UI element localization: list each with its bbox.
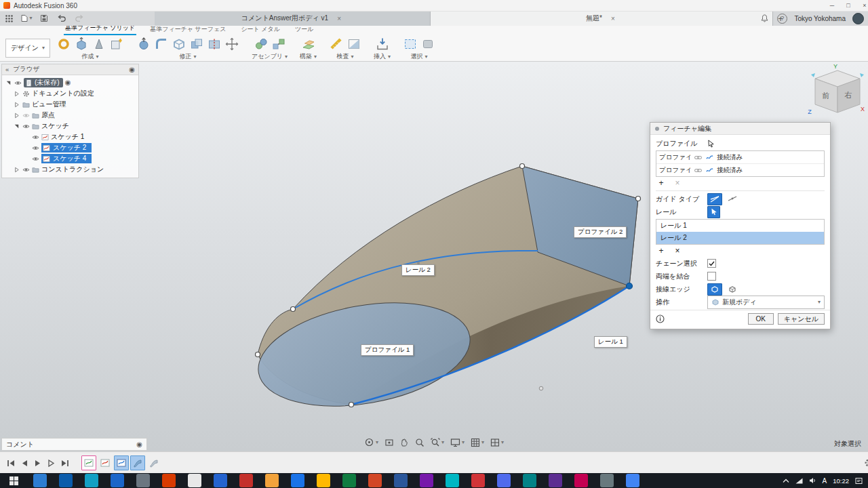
cancel-button[interactable]: キャンセル bbox=[778, 313, 825, 325]
root-document-pill[interactable]: (未保存) bbox=[24, 78, 63, 87]
ime-indicator[interactable]: A bbox=[823, 477, 827, 485]
taskbar-app-icon[interactable] bbox=[549, 474, 562, 487]
insert-group-label[interactable]: 挿入▾ bbox=[374, 52, 391, 61]
document-target-icon[interactable]: ◉ bbox=[65, 79, 71, 86]
user-name[interactable]: Tokyo Yokohama bbox=[794, 15, 846, 22]
taskbar-app-icon[interactable] bbox=[600, 474, 614, 487]
file-menu-icon[interactable]: ▾ bbox=[20, 13, 33, 24]
construct-group-label[interactable]: 構築▾ bbox=[300, 52, 317, 61]
undo-icon[interactable] bbox=[56, 13, 68, 24]
window-select-icon[interactable] bbox=[403, 37, 418, 52]
taskbar-app-icon[interactable] bbox=[420, 474, 433, 487]
vertex-point[interactable] bbox=[291, 307, 296, 312]
browser-item-sketch2-selected[interactable]: スケッチ 2 bbox=[2, 142, 138, 153]
press-pull-icon[interactable] bbox=[136, 37, 151, 52]
taskbar-app-icon[interactable] bbox=[446, 474, 459, 487]
fillet-icon[interactable] bbox=[154, 37, 169, 52]
timeline-sketch-item[interactable] bbox=[81, 455, 96, 470]
orbit-tool-icon[interactable]: ▾ bbox=[364, 437, 378, 447]
network-icon[interactable] bbox=[795, 478, 803, 484]
tab-surface[interactable]: 基準フィーチャ サーフェス bbox=[149, 25, 227, 35]
assemble-group-label[interactable]: アセンブリ▾ bbox=[252, 52, 288, 61]
info-icon[interactable] bbox=[656, 314, 665, 323]
data-panel-toggle-icon[interactable] bbox=[3, 13, 15, 24]
inspect-group-label[interactable]: 検査▾ bbox=[337, 52, 354, 61]
extrude-icon[interactable] bbox=[74, 37, 89, 52]
taskbar-app-icon[interactable] bbox=[342, 474, 356, 487]
play-button[interactable] bbox=[33, 458, 43, 468]
timeline-loft-item[interactable] bbox=[146, 455, 161, 470]
collapse-triangle-icon[interactable] bbox=[13, 90, 20, 98]
3d-canvas[interactable]: プロファイル 2 レール 2 プロファイル 1 レール 1 « ブラウザ ◉ (… bbox=[0, 61, 868, 451]
split-body-icon[interactable] bbox=[207, 37, 222, 52]
comments-bar[interactable]: コメント ◉ bbox=[1, 438, 147, 451]
comments-pin-icon[interactable]: ◉ bbox=[136, 441, 142, 448]
taskbar-app-icon[interactable] bbox=[59, 474, 73, 487]
clock[interactable]: 10:22 bbox=[833, 477, 849, 485]
profile2-tag[interactable]: プロファイル 2 bbox=[574, 226, 627, 238]
taskbar-app-icon[interactable] bbox=[214, 474, 227, 487]
taskbar-app-icon[interactable] bbox=[265, 474, 279, 487]
collapse-triangle-icon[interactable] bbox=[13, 112, 20, 119]
browser-pin-icon[interactable]: ◉ bbox=[129, 66, 135, 73]
taskbar-app-icon[interactable] bbox=[111, 474, 124, 487]
taskbar-app-icon[interactable] bbox=[136, 474, 150, 487]
save-icon[interactable] bbox=[38, 13, 50, 24]
operation-select[interactable]: 新規ボディ ▾ bbox=[707, 296, 825, 309]
rail1-tag[interactable]: レール 1 bbox=[594, 336, 627, 348]
close-button[interactable]: × bbox=[858, 1, 868, 10]
collapse-browser-icon[interactable]: « bbox=[5, 66, 9, 73]
redo-icon[interactable] bbox=[73, 13, 85, 24]
volume-icon[interactable] bbox=[809, 477, 816, 484]
new-component-icon[interactable] bbox=[109, 37, 124, 52]
browser-item-origin[interactable]: 原点 bbox=[2, 110, 138, 121]
visibility-eye-icon[interactable] bbox=[32, 155, 39, 163]
add-profile-button[interactable]: + bbox=[657, 179, 665, 187]
dialog-header[interactable]: フィーチャ編集 bbox=[650, 123, 830, 135]
workspace-selector[interactable]: デザイン ▾ bbox=[5, 39, 50, 58]
browser-item-construction[interactable]: コンストラクション bbox=[2, 164, 138, 175]
timeline-sketch-item-selected[interactable] bbox=[114, 455, 129, 470]
maximize-button[interactable]: □ bbox=[842, 1, 855, 10]
vertex-point-selected[interactable] bbox=[627, 283, 633, 289]
taskbar-app-icon[interactable] bbox=[394, 474, 408, 487]
guide-type-centerline-button[interactable] bbox=[725, 193, 740, 205]
profile-row[interactable]: プロファイル 1 接続済み bbox=[656, 151, 824, 163]
visibility-eye-icon[interactable] bbox=[22, 112, 30, 119]
rail-row[interactable]: レール 1 bbox=[656, 220, 824, 232]
close-tab-icon[interactable]: × bbox=[335, 15, 343, 22]
combine-icon[interactable] bbox=[189, 37, 204, 52]
selected-item-highlight[interactable]: スケッチ 4 bbox=[41, 154, 92, 163]
section-analysis-icon[interactable] bbox=[347, 37, 361, 52]
browser-item-named-views[interactable]: ビュー管理 bbox=[2, 99, 138, 110]
go-to-end-button[interactable] bbox=[60, 458, 70, 468]
document-tab[interactable]: コメントAnswer用ボディ v1 × bbox=[155, 11, 431, 26]
action-center-icon[interactable] bbox=[855, 477, 863, 485]
vertex-point[interactable] bbox=[636, 197, 641, 201]
insert-icon[interactable] bbox=[375, 37, 390, 52]
document-tab-active[interactable]: 無題* × bbox=[431, 11, 773, 26]
vertex-point[interactable] bbox=[520, 164, 525, 169]
chain-icon[interactable] bbox=[694, 154, 703, 161]
taskbar-app-icon[interactable] bbox=[33, 474, 47, 487]
taskbar-app-icon[interactable] bbox=[85, 474, 98, 487]
browser-item-sketch1[interactable]: スケッチ 1 bbox=[2, 131, 138, 142]
browser-root-item[interactable]: (未保存) ◉ bbox=[2, 77, 138, 88]
remove-profile-button[interactable]: × bbox=[673, 179, 682, 187]
tab-tools[interactable]: ツール bbox=[294, 25, 315, 35]
look-at-icon[interactable] bbox=[384, 438, 394, 447]
as-built-joint-icon[interactable] bbox=[271, 37, 286, 52]
vertex-point[interactable] bbox=[256, 352, 260, 357]
viewports-icon[interactable]: ▾ bbox=[490, 438, 504, 447]
vertex-point[interactable] bbox=[349, 403, 354, 407]
visibility-eye-icon[interactable] bbox=[14, 79, 22, 87]
guide-type-rails-button[interactable] bbox=[707, 193, 722, 205]
taskbar-app-icon[interactable] bbox=[574, 474, 588, 487]
go-to-start-button[interactable] bbox=[5, 458, 16, 468]
fit-view-icon[interactable]: ▾ bbox=[431, 438, 444, 447]
revolve-icon[interactable] bbox=[92, 37, 106, 52]
visibility-eye-icon[interactable] bbox=[22, 123, 30, 130]
taskbar-app-icon[interactable] bbox=[188, 474, 201, 487]
add-rail-button[interactable]: + bbox=[657, 247, 665, 255]
tray-expand-chevron-icon[interactable] bbox=[783, 479, 789, 483]
